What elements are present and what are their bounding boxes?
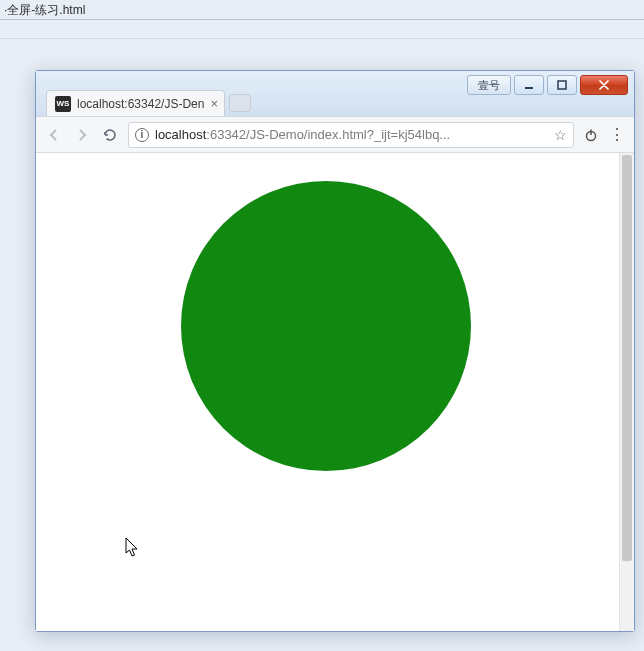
close-icon	[598, 80, 610, 90]
ublock-power-icon[interactable]	[582, 126, 600, 144]
page-content	[36, 153, 619, 631]
browser-menu-button[interactable]: ⋮	[608, 126, 626, 144]
browser-viewport	[36, 153, 634, 631]
reload-icon	[102, 127, 118, 143]
desktop-file-label: ·全屏-练习.html	[0, 2, 89, 19]
minimize-button[interactable]	[514, 75, 544, 95]
tab-strip: WS localhost:63342/JS-Den ×	[46, 90, 251, 116]
url-path: :63342/JS-Demo/index.html?_ijt=kj54lbq..…	[206, 127, 450, 142]
arrow-right-icon	[74, 127, 90, 143]
forward-button[interactable]	[72, 125, 92, 145]
maximize-button[interactable]	[547, 75, 577, 95]
back-button[interactable]	[44, 125, 64, 145]
bookmark-star-icon[interactable]: ☆	[554, 127, 567, 143]
browser-toolbar: i localhost:63342/JS-Demo/index.html?_ij…	[36, 117, 634, 153]
panel-divider-2	[0, 38, 644, 39]
url-text: localhost:63342/JS-Demo/index.html?_ijt=…	[155, 127, 548, 142]
green-circle	[181, 181, 471, 471]
minimize-icon	[524, 80, 534, 90]
reload-button[interactable]	[100, 125, 120, 145]
address-bar[interactable]: i localhost:63342/JS-Demo/index.html?_ij…	[128, 122, 574, 148]
url-host: localhost	[155, 127, 206, 142]
power-icon	[584, 128, 598, 142]
tab-title: localhost:63342/JS-Den	[77, 97, 204, 111]
svg-rect-0	[525, 87, 533, 89]
window-controls: 壹号	[467, 75, 628, 95]
site-info-icon[interactable]: i	[135, 128, 149, 142]
browser-tab[interactable]: WS localhost:63342/JS-Den ×	[46, 90, 225, 116]
maximize-icon	[557, 80, 567, 90]
svg-rect-1	[558, 81, 566, 89]
titlebar-extra-button[interactable]: 壹号	[467, 75, 511, 95]
window-titlebar: 壹号 WS localhost:63342/JS-Den ×	[36, 71, 634, 117]
close-button[interactable]	[580, 75, 628, 95]
browser-window: 壹号 WS localhost:63342/JS-Den ×	[35, 70, 635, 632]
arrow-left-icon	[46, 127, 62, 143]
vertical-scrollbar[interactable]	[619, 153, 634, 631]
scrollbar-thumb[interactable]	[622, 155, 632, 561]
new-tab-button[interactable]	[229, 94, 251, 112]
tab-favicon: WS	[55, 96, 71, 112]
panel-divider	[0, 19, 644, 20]
tab-close-icon[interactable]: ×	[210, 97, 218, 110]
